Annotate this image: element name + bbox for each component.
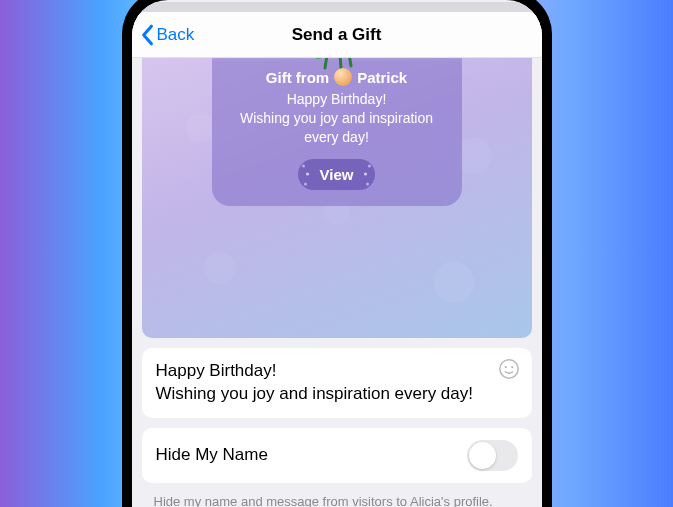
modal-sheet: Back Send a Gift bbox=[132, 12, 542, 507]
phone-frame: Back Send a Gift bbox=[122, 0, 552, 507]
hide-name-label: Hide My Name bbox=[156, 445, 268, 465]
back-button[interactable]: Back bbox=[132, 24, 195, 46]
smiley-icon bbox=[498, 358, 520, 380]
view-button[interactable]: View bbox=[298, 159, 376, 190]
message-input[interactable]: Happy Birthday! Wishing you joy and insp… bbox=[156, 360, 488, 406]
gift-message-preview: Happy Birthday! Wishing you joy and insp… bbox=[226, 90, 448, 147]
gift-from-line: Gift from Patrick bbox=[226, 68, 448, 86]
sender-avatar bbox=[334, 68, 352, 86]
svg-point-5 bbox=[344, 58, 360, 59]
hide-name-description: Hide my name and message from visitors t… bbox=[154, 493, 520, 507]
hide-name-row: Hide My Name bbox=[156, 440, 518, 471]
hide-name-toggle[interactable] bbox=[467, 440, 518, 471]
content: Gift from Patrick Happy Birthday! Wishin… bbox=[132, 58, 542, 507]
gift-msg-line2: Wishing you joy and inspiration every da… bbox=[226, 109, 448, 147]
svg-point-8 bbox=[511, 366, 513, 368]
hide-name-card: Hide My Name bbox=[142, 428, 532, 483]
svg-point-7 bbox=[504, 366, 506, 368]
navbar: Back Send a Gift bbox=[132, 12, 542, 58]
gift-msg-line1: Happy Birthday! bbox=[226, 90, 448, 109]
back-label: Back bbox=[157, 25, 195, 45]
gift-bubble: Gift from Patrick Happy Birthday! Wishin… bbox=[212, 58, 462, 206]
chevron-left-icon bbox=[140, 24, 154, 46]
gift-preview: Gift from Patrick Happy Birthday! Wishin… bbox=[142, 58, 532, 338]
view-button-label: View bbox=[320, 166, 354, 183]
message-card: Happy Birthday! Wishing you joy and insp… bbox=[142, 348, 532, 418]
svg-point-6 bbox=[499, 360, 517, 378]
emoji-button[interactable] bbox=[498, 358, 520, 380]
screen: Back Send a Gift bbox=[132, 0, 542, 507]
